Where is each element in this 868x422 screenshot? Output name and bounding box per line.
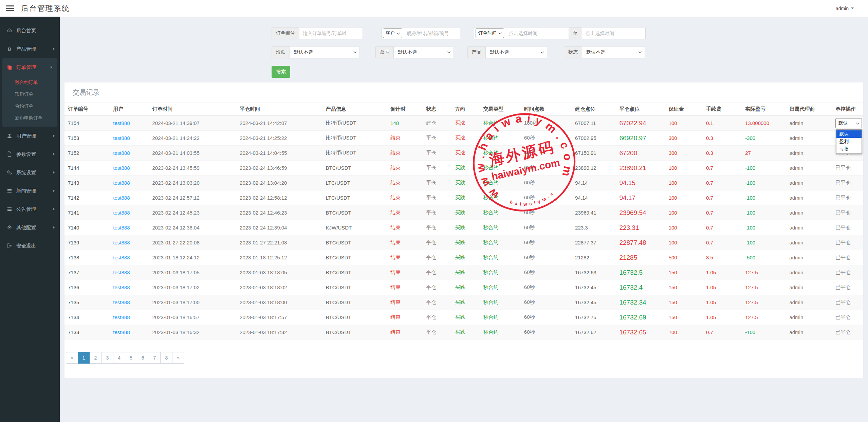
sidebar-item-notice[interactable]: 公告管理 — [0, 200, 60, 218]
cell-direction: 买跌 — [452, 250, 480, 265]
cell-margin: 150 — [666, 310, 703, 325]
user-link[interactable]: test888 — [110, 295, 149, 310]
column-header: 时间点数 — [521, 103, 572, 116]
cell-agent: admin — [787, 295, 832, 310]
time-to-input[interactable] — [582, 27, 645, 39]
sidebar-item-news[interactable]: 新闻管理 — [0, 182, 60, 200]
customer-type-select[interactable]: 客户 — [383, 29, 402, 38]
cell-margin: 100 — [666, 161, 703, 176]
cell-fee: 0.3 — [703, 146, 742, 161]
pnl-select[interactable]: 默认不选 — [394, 47, 454, 58]
sidebar-item-seconds-contract-orders[interactable]: 秒合约订单 — [2, 76, 57, 88]
cell-close-time: 2024-03-21 14:25:22 — [237, 131, 323, 146]
cell-close-price: 16732.4 — [616, 280, 666, 295]
time-type-value: 订单时间 — [478, 30, 497, 36]
order-no-input[interactable] — [299, 27, 363, 39]
sidebar-item-contract-orders[interactable]: 合约订单 — [2, 100, 57, 112]
page-8[interactable]: 8 — [160, 352, 172, 364]
table-row: 7153test8882024-03-21 14:24:222024-03-21… — [64, 131, 863, 146]
product-select[interactable]: 默认不选 — [486, 47, 547, 58]
page-prev[interactable]: « — [66, 352, 78, 364]
updown-label: 涨跌 — [272, 47, 290, 58]
cell-order-id: 7138 — [64, 250, 110, 265]
column-header: 归属代理商 — [787, 103, 832, 116]
chevron-down-icon — [499, 31, 502, 35]
user-link[interactable]: test888 — [110, 190, 149, 205]
filter-time-range: 订单时间 至 — [474, 27, 646, 39]
cell-trade-type: 秒合约 — [481, 280, 521, 295]
chevron-down-icon — [353, 50, 357, 54]
cell-direction: 买跌 — [452, 325, 480, 340]
sidebar-item-new-coin-orders[interactable]: 新币申购订单 — [2, 112, 57, 124]
cell-status: 平仓 — [423, 265, 452, 280]
user-menu[interactable]: admin — [836, 6, 854, 11]
sidebar-item-orders[interactable]: 订单管理 — [2, 58, 57, 76]
table-row: 7142test8882023-02-24 12:57:122023-02-24… — [64, 190, 863, 205]
row-control-wrap: 默认默认盈利亏损 — [835, 118, 863, 128]
sidebar-item-users[interactable]: 用户管理 — [0, 127, 60, 145]
chevron-right-icon — [53, 189, 55, 192]
user-link[interactable]: test888 — [110, 131, 149, 146]
sidebar-item-products[interactable]: B产品管理 — [0, 40, 60, 58]
cell-status: 平仓 — [423, 131, 452, 146]
user-link[interactable]: test888 — [110, 250, 149, 265]
cell-row-control: 已平仓 — [833, 235, 863, 250]
row-control-select[interactable]: 默认 — [835, 118, 862, 128]
cell-order-time: 2023-01-27 22:20:08 — [150, 235, 237, 250]
time-type-select[interactable]: 订单时间 — [476, 29, 504, 38]
cell-pnl: -500 — [742, 250, 787, 265]
user-link[interactable]: test888 — [110, 280, 149, 295]
cell-product: BTC/USDT — [323, 310, 388, 325]
user-link[interactable]: test888 — [110, 235, 149, 250]
cell-countdown: 结束 — [388, 131, 423, 146]
user-link[interactable]: test888 — [110, 220, 149, 235]
cell-trade-type: 秒合约 — [481, 295, 521, 310]
page-7[interactable]: 7 — [149, 352, 161, 364]
sidebar-item-config[interactable]: 其他配置 — [0, 218, 60, 237]
option-item[interactable]: 默认 — [836, 130, 862, 138]
page-4[interactable]: 4 — [113, 352, 125, 364]
cell-product: BTC/USDT — [323, 295, 388, 310]
user-link[interactable]: test888 — [110, 265, 149, 280]
cell-direction: 买跌 — [452, 205, 480, 220]
user-link[interactable]: test888 — [110, 116, 149, 131]
user-link[interactable]: test888 — [110, 146, 149, 161]
cell-order-time: 2023-01-03 18:17:00 — [150, 295, 237, 310]
page-2[interactable]: 2 — [90, 352, 102, 364]
cell-countdown: 148 — [388, 116, 423, 131]
sidebar-item-logout[interactable]: 安全退出 — [0, 237, 60, 255]
page-3[interactable]: 3 — [101, 352, 113, 364]
cell-close-time: 2023-02-24 13:46:59 — [237, 161, 323, 176]
sidebar-item-spot-orders[interactable]: 币币订单 — [2, 88, 57, 100]
sidebar-item-home[interactable]: 后台首页 — [0, 21, 60, 40]
cell-pnl: 127.5 — [742, 295, 787, 310]
cell-product: 比特币/USDT — [323, 116, 388, 131]
user-link[interactable]: test888 — [110, 176, 149, 190]
sidebar-item-params[interactable]: 参数设置 — [0, 145, 60, 163]
cell-fee: 0.3 — [703, 131, 742, 146]
cell-countdown: 结束 — [388, 235, 423, 250]
updown-select[interactable]: 默认不选 — [290, 47, 359, 58]
page-5[interactable]: 5 — [125, 352, 137, 364]
sidebar-item-system[interactable]: 系统设置 — [0, 163, 60, 182]
option-item[interactable]: 亏损 — [836, 145, 862, 153]
table-row: 7139test8882023-01-27 22:20:082023-01-27… — [64, 235, 863, 250]
logout-icon — [7, 243, 12, 249]
user-link[interactable]: test888 — [110, 205, 149, 220]
search-button[interactable]: 搜索 — [272, 66, 290, 78]
user-link[interactable]: test888 — [110, 310, 149, 325]
cell-pnl: -100 — [742, 161, 787, 176]
menu-toggle-icon[interactable] — [6, 4, 14, 13]
time-from-input[interactable] — [505, 27, 569, 39]
user-link[interactable]: test888 — [110, 325, 149, 340]
page-next[interactable]: » — [172, 352, 184, 364]
user-link[interactable]: test888 — [110, 161, 149, 176]
page-1[interactable]: 1 — [78, 352, 90, 364]
option-item[interactable]: 盈利 — [836, 138, 862, 145]
cell-margin: 100 — [666, 220, 703, 235]
cell-direction: 买跌 — [452, 190, 480, 205]
page-6[interactable]: 6 — [137, 352, 149, 364]
status-select[interactable]: 默认不选 — [582, 47, 645, 58]
customer-input[interactable] — [404, 27, 460, 39]
bitcoin-icon: B — [7, 46, 12, 52]
